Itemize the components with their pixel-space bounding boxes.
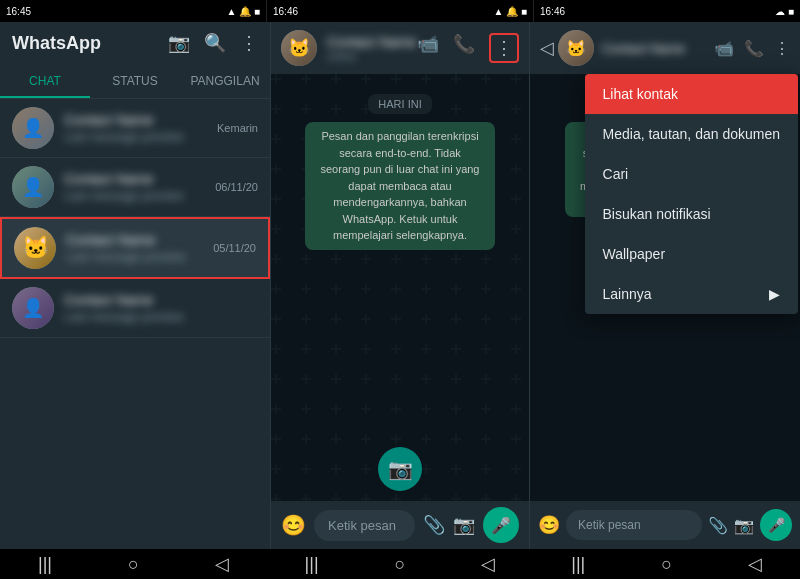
status-icons-right: ☁ ■ xyxy=(775,6,794,17)
chat-name: Contact Name xyxy=(64,112,217,128)
right-more-icon[interactable]: ⋮ xyxy=(774,39,790,58)
chat-time: 05/11/20 xyxy=(213,242,256,254)
tab-chat[interactable]: CHAT xyxy=(0,64,90,98)
chat-info: Contact Name Last message preview xyxy=(64,171,215,203)
nav-home-mid[interactable]: ○ xyxy=(395,554,406,575)
status-icons-mid: ▲ 🔔 ■ xyxy=(494,6,528,17)
video-call-icon[interactable]: 📹 xyxy=(417,33,439,63)
chat-preview: Last message preview xyxy=(64,310,258,324)
nav-back-left[interactable]: ◁ xyxy=(215,553,229,575)
tab-panggilan[interactable]: PANGGILAN xyxy=(180,64,270,98)
right-message-input[interactable]: Ketik pesan xyxy=(566,510,702,540)
right-input-bar: 😊 Ketik pesan 📎 📷 🎤 xyxy=(530,501,800,549)
tabs-bar: CHAT STATUS PANGGILAN xyxy=(0,64,270,99)
nav-bar: ||| ○ ◁ ||| ○ ◁ ||| ○ ◁ xyxy=(0,549,800,579)
nav-menu-left[interactable]: ||| xyxy=(38,554,52,575)
search-icon[interactable]: 🔍 xyxy=(204,32,226,54)
tab-status[interactable]: STATUS xyxy=(90,64,180,98)
chat-name: Contact Name xyxy=(66,232,213,248)
chat-item[interactable]: 👤 Contact Name Last message preview Kema… xyxy=(0,99,270,158)
back-icon[interactable]: ◁ xyxy=(540,37,554,59)
more-options-button[interactable]: ⋮ xyxy=(489,33,519,63)
chat-preview: Last message preview xyxy=(64,130,217,144)
date-divider: HARI INI xyxy=(281,94,519,112)
chat-preview: Last message preview xyxy=(64,189,215,203)
dropdown-item-media[interactable]: Media, tautan, dan dokumen xyxy=(585,114,798,154)
chat-header-status: online xyxy=(327,50,416,62)
system-message[interactable]: Pesan dan panggilan terenkripsi secara e… xyxy=(305,122,495,250)
chat-preview: Last message preview xyxy=(66,250,213,264)
nav-home-right[interactable]: ○ xyxy=(661,554,672,575)
right-mic-button[interactable]: 🎤 xyxy=(760,509,792,541)
chat-time: Kemarin xyxy=(217,122,258,134)
chat-meta: 06/11/20 xyxy=(215,181,258,193)
attach-icon[interactable]: 📎 xyxy=(423,514,445,536)
camera-icon[interactable]: 📷 xyxy=(168,32,190,54)
dropdown-menu: Lihat kontak Media, tautan, dan dokumen … xyxy=(585,74,798,314)
chat-info: Contact Name Last message preview xyxy=(66,232,213,264)
chat-name: Contact Name xyxy=(64,292,258,308)
chat-item-selected[interactable]: 🐱 Contact Name Last message preview 05/1… xyxy=(0,217,270,279)
nav-menu-mid[interactable]: ||| xyxy=(305,554,319,575)
right-header-info: Contact Name xyxy=(602,41,685,56)
dropdown-item-cari[interactable]: Cari xyxy=(585,154,798,194)
chat-name: Contact Name xyxy=(64,171,215,187)
chat-info: Contact Name Last message preview xyxy=(64,292,258,324)
chat-meta: 05/11/20 xyxy=(213,242,256,254)
emoji-icon[interactable]: 😊 xyxy=(281,513,306,537)
nav-back-right[interactable]: ◁ xyxy=(748,553,762,575)
chat-time: 06/11/20 xyxy=(215,181,258,193)
nav-back-mid[interactable]: ◁ xyxy=(481,553,495,575)
right-header-icons: 📹 📞 ⋮ xyxy=(714,39,790,58)
middle-panel: 🐱 Contact Name online 📹 📞 ⋮ HARI INI Pes… xyxy=(271,22,529,549)
app-title: WhatsApp xyxy=(12,33,101,54)
left-panel: WhatsApp 📷 🔍 ⋮ CHAT STATUS PANGGILAN 👤 C… xyxy=(0,22,270,549)
dropdown-item-wallpaper[interactable]: Wallpaper xyxy=(585,234,798,274)
nav-menu-right[interactable]: ||| xyxy=(571,554,585,575)
avatar: 🐱 xyxy=(14,227,56,269)
avatar: 👤 xyxy=(12,287,54,329)
chat-header-name: Contact Name xyxy=(327,34,416,50)
time-mid: 16:46 xyxy=(273,6,298,17)
camera-fab-button[interactable]: 📷 xyxy=(378,447,422,491)
dropdown-item-lainnya[interactable]: Lainnya ▶ xyxy=(585,274,798,314)
chat-header-avatar: 🐱 xyxy=(281,30,317,66)
messages-area: HARI INI Pesan dan panggilan terenkripsi… xyxy=(271,74,529,501)
time-right: 16:46 xyxy=(540,6,565,17)
message-placeholder: Ketik pesan xyxy=(328,518,396,533)
right-attach-icon[interactable]: 📎 xyxy=(708,516,728,535)
right-video-icon[interactable]: 📹 xyxy=(714,39,734,58)
right-message-placeholder: Ketik pesan xyxy=(578,518,641,532)
right-call-icon[interactable]: 📞 xyxy=(744,39,764,58)
nav-home-left[interactable]: ○ xyxy=(128,554,139,575)
message-input[interactable]: Ketik pesan xyxy=(314,510,415,541)
chat-meta: Kemarin xyxy=(217,122,258,134)
chat-header: 🐱 Contact Name online 📹 📞 ⋮ xyxy=(271,22,529,74)
chat-header-icons: 📹 📞 ⋮ xyxy=(417,33,519,63)
dropdown-item-lihat-kontak[interactable]: Lihat kontak xyxy=(585,74,798,114)
mic-button[interactable]: 🎤 xyxy=(483,507,519,543)
chat-item[interactable]: 👤 Contact Name Last message preview 06/1… xyxy=(0,158,270,217)
chat-header-info: Contact Name online xyxy=(327,34,416,62)
time-left: 16:45 xyxy=(6,6,31,17)
submenu-arrow-icon: ▶ xyxy=(769,286,780,302)
chat-input-bar: 😊 Ketik pesan 📎 📷 🎤 xyxy=(271,501,529,549)
left-header: WhatsApp 📷 🔍 ⋮ xyxy=(0,22,270,64)
avatar: 👤 xyxy=(12,107,54,149)
left-header-icons: 📷 🔍 ⋮ xyxy=(168,32,258,54)
right-chat-header: ◁ 🐱 Contact Name 📹 📞 ⋮ xyxy=(530,22,800,74)
chat-info: Contact Name Last message preview xyxy=(64,112,217,144)
camera-icon-input[interactable]: 📷 xyxy=(453,514,475,536)
voice-call-icon[interactable]: 📞 xyxy=(453,33,475,63)
chat-item[interactable]: 👤 Contact Name Last message preview xyxy=(0,279,270,338)
right-camera-icon[interactable]: 📷 xyxy=(734,516,754,535)
right-header-avatar: 🐱 xyxy=(558,30,594,66)
right-chat-name: Contact Name xyxy=(602,41,685,56)
status-icons-left: ▲ 🔔 ■ xyxy=(227,6,261,17)
right-emoji-icon[interactable]: 😊 xyxy=(538,514,560,536)
dropdown-item-bisukan[interactable]: Bisukan notifikasi xyxy=(585,194,798,234)
chat-list: 👤 Contact Name Last message preview Kema… xyxy=(0,99,270,549)
menu-icon[interactable]: ⋮ xyxy=(240,32,258,54)
avatar: 👤 xyxy=(12,166,54,208)
